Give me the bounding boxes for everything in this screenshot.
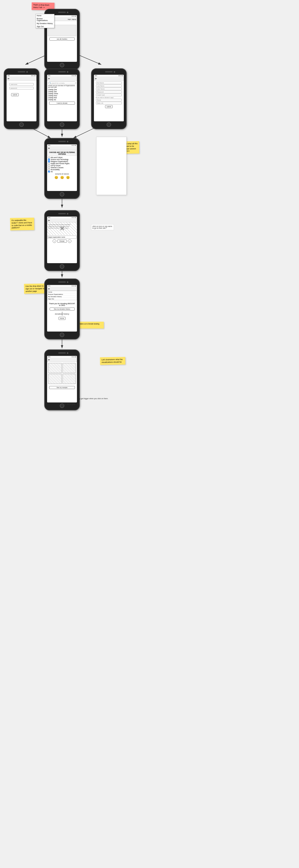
signup-btn-1[interactable]: signup [72,19,76,20]
login-form: submit [7,81,36,98]
filter-religious[interactable]: Religious Organizations [48,161,76,162]
viz-grid [47,362,76,385]
street-input[interactable] [96,99,122,101]
hamburger-icon-5[interactable]: ≫ [48,147,50,149]
dropdown-thanks-home[interactable]: Home [47,291,77,293]
viz-box-4[interactable] [63,374,76,384]
see-all-charities-btn[interactable]: see all charities [49,37,75,40]
status-bar-8: ABC 9:41 AM [47,356,77,358]
prev-org-btn[interactable]: ‹ [53,239,56,243]
see-donation-history-btn[interactable]: See my donation history [49,308,75,311]
phone-camera [67,12,68,13]
check-arts[interactable] [48,157,50,158]
hamburger-icon-7[interactable]: ≫ [48,288,50,290]
mood-happy-1[interactable]: 😊 [55,176,58,179]
login-submit-btn[interactable]: submit [11,93,19,96]
check-science[interactable] [48,159,50,160]
phone-login: ABC 9:41 AM ≫ submit [4,68,39,129]
status-bar-3: ABC 9:41 AM [47,75,77,77]
home-btn-thanks[interactable]: Home [59,317,66,320]
dropdown-item-home[interactable]: Home [36,14,54,17]
login-btn-1[interactable]: login [68,19,71,20]
phone-thanks: ABC 9:41 AM ≫ Home Browse Organizations … [44,279,80,339]
home-button-7[interactable] [60,333,64,337]
hamburger-icon-6[interactable]: ≫ [48,219,50,222]
dropdown-thanks-history[interactable]: My Donation History [47,296,77,298]
want-to-donate-btn[interactable]: I want to donate [49,101,75,104]
hamburger-icon-2[interactable]: ≫ [7,78,9,80]
lastname-input[interactable] [96,85,122,87]
donate-btn[interactable]: Donate [57,240,67,243]
phone-signup-screen: ABC 9:41 AM ≫ (if you wish to donate in … [94,75,124,121]
check-health[interactable] [48,163,50,164]
signup-submit-btn[interactable]: submit [105,105,113,108]
creditcard-input[interactable] [96,94,122,96]
home-button-2[interactable] [19,122,24,127]
username-signup-input[interactable] [96,88,122,90]
dropdown-item-signout[interactable]: Sign Out [36,25,54,28]
see-receipts-btn[interactable]: See my receipts [49,386,75,389]
phone-filter: ABC 9:41 AM ≫ CHOOSE ANY OR NO FILTERING… [44,138,80,199]
home-button-4[interactable] [107,122,111,127]
charity-one[interactable]: Charity One [48,89,76,90]
mood-sad[interactable]: 😟 [66,176,70,179]
phone-speaker-3 [58,71,66,72]
filter-arts[interactable]: Arts and Culture [48,157,76,158]
charity-five[interactable]: Charity Five [48,97,76,98]
home-button-1[interactable] [60,63,64,67]
phone-speaker-7 [58,281,66,283]
phone-filter-screen: ABC 9:41 AM ≫ CHOOSE ANY OR NO FILTERING… [47,144,77,191]
dropdown-thanks-signout[interactable]: Sign Out [47,298,77,300]
viz-box-2[interactable] [63,363,76,373]
home-button-6[interactable] [60,264,64,269]
filter-health[interactable]: Health and Human Rights [48,163,76,164]
password-input[interactable] [9,87,33,89]
home-button-5[interactable] [60,192,64,196]
nav-bar-5: ≫ [47,147,77,150]
filter-science[interactable]: Science and Technology [48,159,76,160]
password-signup-input[interactable] [96,91,122,93]
charity-six[interactable]: Charity Six [48,99,76,100]
filter-veteran[interactable]: Veteran's Causes [48,167,76,168]
org-image-area: ✕ Lorem ipsum dolor sit amet consectetur… [47,222,77,235]
state-input[interactable] [96,102,122,104]
home-button-3[interactable] [60,122,64,127]
filter-accessibility[interactable]: Accessibility [48,169,76,170]
firstname-input[interactable] [96,82,122,84]
check-lbtqi[interactable] [48,165,50,166]
see-receipts-label: See receipts [51,403,86,405]
check-veteran[interactable] [48,167,50,168]
charity-two[interactable]: Charity Two [48,91,76,92]
viz-box-1[interactable] [48,363,62,373]
phone-viz: ABC 9:41 AM ≫ See my receipts [44,349,80,410]
hamburger-icon-3[interactable]: ≫ [48,78,50,80]
dropdown-thanks: Home Browse Organizations My Donation Hi… [47,291,77,300]
charity-four[interactable]: Charity Four [48,95,76,96]
viz-box-3[interactable] [48,374,62,384]
filter-etc[interactable]: etc [48,171,76,173]
mood-happy-2[interactable]: 😊 [60,176,64,179]
hamburger-icon-4[interactable]: ≫ [95,78,97,80]
phone-org-screen: ABC 9:41 AM ≫ ✕ Lorem ipsum dolor sit am… [47,217,77,263]
nav-bar-4: ≫ [94,77,124,81]
phone-org: ABC 9:41 AM ≫ ✕ Lorem ipsum dolor sit am… [44,210,80,271]
charity-three[interactable]: Charity Three [48,93,76,94]
phone-camera-4 [114,71,115,73]
status-bar-2: ABC 9:41 AM [7,75,36,77]
check-accessibility[interactable] [48,169,50,170]
phone-speaker-5 [58,141,66,142]
next-org-btn[interactable]: › [68,239,71,243]
dropdown-item-browse[interactable]: Browse Organizations [36,17,54,22]
filter-lbtqi[interactable]: LBTQI Issues [48,165,76,166]
check-religious[interactable] [48,161,50,162]
hamburger-icon-8[interactable]: ≫ [48,359,50,361]
dropdown-item-history[interactable]: My Donation History [36,22,54,25]
filter-content: CHOOSE ANY OR NO FILTERING CRITERIA Arts… [47,150,77,181]
dropdown-thanks-browse[interactable]: Browse Organizations [47,293,77,296]
nav-bar-8: ≫ [47,358,77,362]
credit-card-note: (if you wish to donate in app) [96,97,123,98]
check-etc[interactable] [48,171,50,173]
username-input[interactable] [9,83,33,86]
search-bar[interactable]: 🔍 search for a charity [48,82,76,84]
phone-browse-screen: ABC 9:41 AM ≫ 🔍 search for a charity Che… [47,75,77,121]
